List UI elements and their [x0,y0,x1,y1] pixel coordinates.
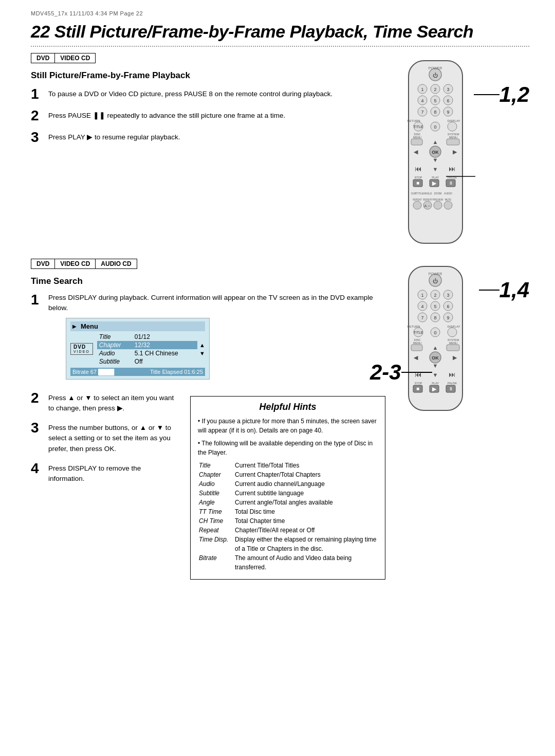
svg-text:▶: ▶ [453,149,457,155]
badge2-audiocd: AUDIO CD [96,259,137,269]
section1-remote-col: 1,2 ⏻ POWER 1 2 3 4 5 [396,53,529,248]
section2-remote-col: 1,4 2-3 ⏻ POWER 1 2 [396,259,529,580]
hints-bullet1: • If you pause a picture for more than 5… [198,417,378,436]
svg-text:7: 7 [421,110,423,115]
callout14-line [479,290,499,291]
step2-4-num: 4 [31,461,42,484]
step1-1: 1 To pause a DVD or Video CD picture, pr… [31,87,385,101]
svg-text:▼: ▼ [433,372,438,378]
screen-play-icon: ▶ [72,323,77,329]
svg-text:OK: OK [432,355,439,361]
step1-2-num: 2 [31,109,42,123]
screen-footer-right: Title Elapsed 01:6:25 [150,369,203,375]
svg-text:MENU: MENU [413,136,421,139]
svg-text:3: 3 [447,293,449,298]
callout1-label: 1,2 [499,84,529,105]
svg-text:7: 7 [421,315,423,320]
svg-text:8: 8 [434,315,436,320]
section2-row: DVD VIDEO CD AUDIO CD Time Search 1 Pres… [31,259,529,580]
svg-text:⏻: ⏻ [433,73,438,78]
svg-text:▼: ▼ [433,157,438,163]
callout1-line [474,94,499,95]
section2-content: DVD VIDEO CD AUDIO CD Time Search 1 Pres… [31,259,385,580]
callout14-label: 1,4 [499,279,529,301]
badge-dvd: DVD [31,53,55,63]
screen-menu-label: Menu [81,322,98,330]
svg-text:6: 6 [447,98,449,103]
svg-text:PAUSE: PAUSE [448,382,457,385]
section2-badges: DVD VIDEO CD AUDIO CD [31,259,385,269]
screen-row-subtitle: Subtitle Off [97,357,197,366]
step2-1-content: Press DISPLAY during playback. Current i… [48,293,385,384]
screen-table: Title 01/12 Chapter 12/32 Audio [97,333,197,366]
svg-text:3: 3 [447,87,449,92]
step1-3: 3 Press PLAY ▶ to resume regular playbac… [31,130,385,145]
step2-1-text: Press DISPLAY during playback. Current i… [48,292,373,312]
svg-point-95 [448,328,457,337]
remote2-svg: ⏻ POWER 1 2 3 4 5 6 7 [396,264,475,413]
svg-text:6: 6 [447,304,449,309]
badge2-videocd: VIDEO CD [55,259,96,269]
step2-3-num: 3 [31,421,42,454]
step2-3: 3 Press the number buttons, or ▲ or ▼ to… [31,421,177,454]
svg-text:2: 2 [434,293,436,298]
dvd-logo-row: DVD VIDEO Title 01/12 Chapter [70,333,205,366]
hints-bullet2: • The following will be available depend… [198,439,378,458]
step2-2: 2 Press ▲ or ▼ to select an item you wan… [31,391,177,414]
section1-title: Still Picture/Frame-by-Frame Playback [31,70,385,81]
page-container: MDV455_17x 11/11/03 4:34 PM Page 22 22 S… [0,0,555,756]
svg-point-28 [448,122,457,131]
badge2-dvd: DVD [31,259,55,269]
svg-text:1: 1 [421,87,423,92]
svg-text:TITLE: TITLE [413,125,423,129]
svg-text:◀: ◀ [414,149,418,155]
print-header: MDV455_17x 11/11/03 4:34 PM Page 22 [31,10,529,16]
svg-text:POWER: POWER [429,272,442,276]
hints-table-row: AngleCurrent angle/Total angles availabl… [198,498,378,507]
screen-footer-left: Bitrate 67 ████ [72,369,114,375]
step2-4: 4 Press DISPLAY to remove the informatio… [31,461,177,484]
screen-row-audio: Audio 5.1 CH Chinese [97,349,197,357]
step2-1: 1 Press DISPLAY during playback. Current… [31,293,385,384]
svg-text:PREVIEW: PREVIEW [433,199,444,201]
section1-badges: DVD VIDEO CD [31,53,385,63]
badge-videocd: VIDEO CD [55,53,96,63]
svg-text:MENU: MENU [449,136,457,139]
step1-1-num: 1 [31,87,42,101]
step1-3-num: 3 [31,130,42,145]
svg-text:MUTE: MUTE [445,199,452,201]
step2-3-text: Press the number buttons, or ▲ or ▼ to s… [48,421,177,454]
svg-text:▲: ▲ [433,139,438,145]
callout23-container: 2-3 [370,362,432,383]
step2-2-text: Press ▲ or ▼ to select an item you want … [48,391,177,414]
hints-table-row: RepeatChapter/Title/All repeat or Off [198,526,378,535]
section2: DVD VIDEO CD AUDIO CD Time Search 1 Pres… [31,259,529,580]
hints-table-row: TT TimeTotal Disc time [198,507,378,516]
hints-table-row: AudioCurrent audio channel/Language [198,479,378,489]
callout23-label: 2-3 [370,362,401,383]
svg-text:4: 4 [421,304,423,309]
svg-text:5: 5 [434,304,436,309]
hints-table-row: Time Disp.Display either the elapsed or … [198,535,378,553]
step2-2-num: 2 [31,391,42,414]
svg-text:0: 0 [434,124,436,130]
svg-text:AUDIO: AUDIO [444,192,452,195]
step1-3-text: Press PLAY ▶ to resume regular playback. [48,130,180,145]
callout23-line [401,372,432,373]
callout1-container: 1,2 [474,84,529,105]
svg-rect-101 [447,345,459,351]
hints-table-row: BitrateThe amount of Audio and Video dat… [198,553,378,572]
svg-text:OK: OK [432,150,439,155]
svg-text:▼: ▼ [433,363,438,369]
svg-text:0: 0 [434,330,436,335]
svg-text:MENU: MENU [449,341,457,345]
hints-content: • If you pause a picture for more than 5… [198,417,378,572]
svg-text:▶: ▶ [432,386,437,392]
svg-text:4: 4 [421,98,423,103]
svg-point-64 [434,201,442,209]
section1-row: DVD VIDEO CD Still Picture/Frame-by-Fram… [31,53,529,248]
hints-table-row: CH TimeTotal Chapter time [198,516,378,526]
svg-text:■: ■ [416,386,419,391]
svg-text:⏭: ⏭ [449,370,456,379]
step1-1-text: To pause a DVD or Video CD picture, pres… [48,87,332,101]
